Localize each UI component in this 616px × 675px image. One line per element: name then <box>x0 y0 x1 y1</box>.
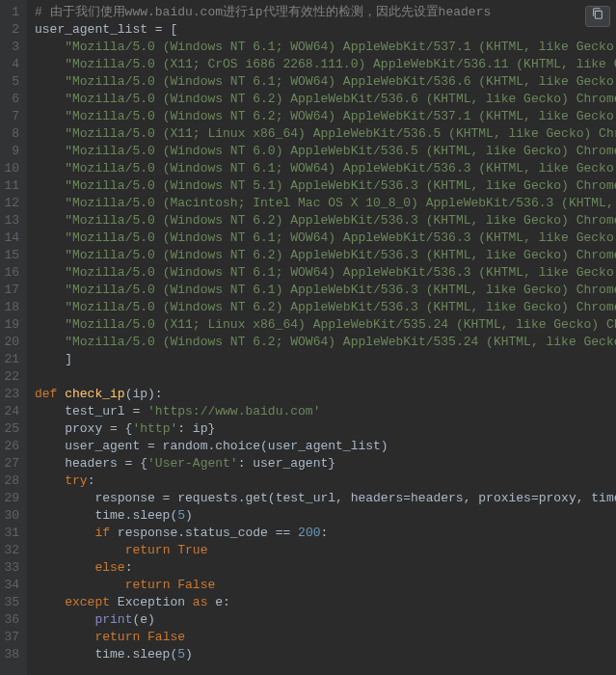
code-line: "Mozilla/5.0 (Macintosh; Intel Mac OS X … <box>35 195 616 212</box>
code-line: "Mozilla/5.0 (Windows NT 6.2) AppleWebKi… <box>35 91 616 108</box>
line-number: 8 <box>4 125 19 143</box>
code-line: try: <box>35 472 616 490</box>
line-number: 37 <box>4 629 19 646</box>
code-line: user_agent = random.choice(user_agent_li… <box>35 438 616 455</box>
line-number: 15 <box>4 247 19 264</box>
line-number: 28 <box>4 472 19 490</box>
code-line: return True <box>35 542 616 559</box>
line-number: 35 <box>4 594 19 611</box>
line-number: 13 <box>4 212 19 230</box>
line-number: 2 <box>4 21 19 39</box>
code-line: def check_ip(ip): <box>35 386 616 403</box>
line-number: 1 <box>4 4 19 21</box>
line-number: 11 <box>4 177 19 195</box>
line-number: 20 <box>4 334 19 351</box>
line-number: 24 <box>4 403 19 420</box>
line-number: 34 <box>4 577 19 594</box>
line-number: 31 <box>4 525 19 542</box>
code-line: "Mozilla/5.0 (Windows NT 6.1; WOW64) App… <box>35 39 616 56</box>
line-number: 36 <box>4 611 19 629</box>
code-line: "Mozilla/5.0 (Windows NT 6.2) AppleWebKi… <box>35 212 616 230</box>
line-number: 23 <box>4 386 19 403</box>
svg-rect-0 <box>595 11 602 18</box>
line-number: 25 <box>4 420 19 438</box>
copy-icon <box>591 7 604 26</box>
code-line: "Mozilla/5.0 (Windows NT 6.1; WOW64) App… <box>35 264 616 282</box>
code-line: "Mozilla/5.0 (Windows NT 6.2) AppleWebKi… <box>35 299 616 316</box>
line-number: 21 <box>4 351 19 368</box>
line-number: 4 <box>4 56 19 73</box>
code-line: test_url = 'https://www.baidu.com' <box>35 403 616 420</box>
line-number-gutter: 1234567891011121314151617181920212223242… <box>0 0 27 675</box>
code-line: ] <box>35 351 616 368</box>
line-number: 10 <box>4 160 19 177</box>
line-number: 30 <box>4 507 19 525</box>
code-editor: 1234567891011121314151617181920212223242… <box>0 0 616 675</box>
code-area[interactable]: # 由于我们使用www.baidu.com进行ip代理有效性的检测，因此先设置h… <box>27 0 616 675</box>
code-line: "Mozilla/5.0 (Windows NT 6.2) AppleWebKi… <box>35 247 616 264</box>
code-line: if response.status_code == 200: <box>35 525 616 542</box>
code-line: "Mozilla/5.0 (X11; Linux x86_64) AppleWe… <box>35 316 616 334</box>
line-number: 27 <box>4 455 19 472</box>
code-line: return False <box>35 629 616 646</box>
line-number: 18 <box>4 299 19 316</box>
code-line: proxy = {'http': ip} <box>35 420 616 438</box>
code-line: "Mozilla/5.0 (Windows NT 5.1) AppleWebKi… <box>35 177 616 195</box>
line-number: 17 <box>4 282 19 299</box>
code-line: except Exception as e: <box>35 594 616 611</box>
line-number: 7 <box>4 108 19 125</box>
code-line: else: <box>35 559 616 577</box>
code-line: # 由于我们使用www.baidu.com进行ip代理有效性的检测，因此先设置h… <box>35 4 616 21</box>
code-line: user_agent_list = [ <box>35 21 616 39</box>
code-line: response = requests.get(test_url, header… <box>35 490 616 507</box>
line-number: 33 <box>4 559 19 577</box>
code-line: "Mozilla/5.0 (Windows NT 6.1; WOW64) App… <box>35 73 616 91</box>
code-line: "Mozilla/5.0 (Windows NT 6.1) AppleWebKi… <box>35 282 616 299</box>
line-number: 6 <box>4 91 19 108</box>
line-number: 5 <box>4 73 19 91</box>
line-number: 38 <box>4 646 19 663</box>
code-line: "Mozilla/5.0 (X11; Linux x86_64) AppleWe… <box>35 125 616 143</box>
copy-button[interactable] <box>585 6 610 27</box>
code-line: "Mozilla/5.0 (Windows NT 6.0) AppleWebKi… <box>35 143 616 160</box>
code-line: "Mozilla/5.0 (Windows NT 6.1; WOW64) App… <box>35 230 616 247</box>
line-number: 12 <box>4 195 19 212</box>
line-number: 14 <box>4 230 19 247</box>
code-line: print(e) <box>35 611 616 629</box>
line-number: 9 <box>4 143 19 160</box>
code-line: "Mozilla/5.0 (X11; CrOS i686 2268.111.0)… <box>35 56 616 73</box>
code-line: time.sleep(5) <box>35 507 616 525</box>
line-number: 29 <box>4 490 19 507</box>
code-line: time.sleep(5) <box>35 646 616 663</box>
line-number: 3 <box>4 39 19 56</box>
code-line <box>35 368 616 386</box>
line-number: 26 <box>4 438 19 455</box>
code-line: "Mozilla/5.0 (Windows NT 6.1; WOW64) App… <box>35 160 616 177</box>
code-line: headers = {'User-Agent': user_agent} <box>35 455 616 472</box>
line-number: 32 <box>4 542 19 559</box>
line-number: 22 <box>4 368 19 386</box>
line-number: 19 <box>4 316 19 334</box>
code-line: return False <box>35 577 616 594</box>
code-line: "Mozilla/5.0 (Windows NT 6.2; WOW64) App… <box>35 108 616 125</box>
line-number: 16 <box>4 264 19 282</box>
code-line: "Mozilla/5.0 (Windows NT 6.2; WOW64) App… <box>35 334 616 351</box>
